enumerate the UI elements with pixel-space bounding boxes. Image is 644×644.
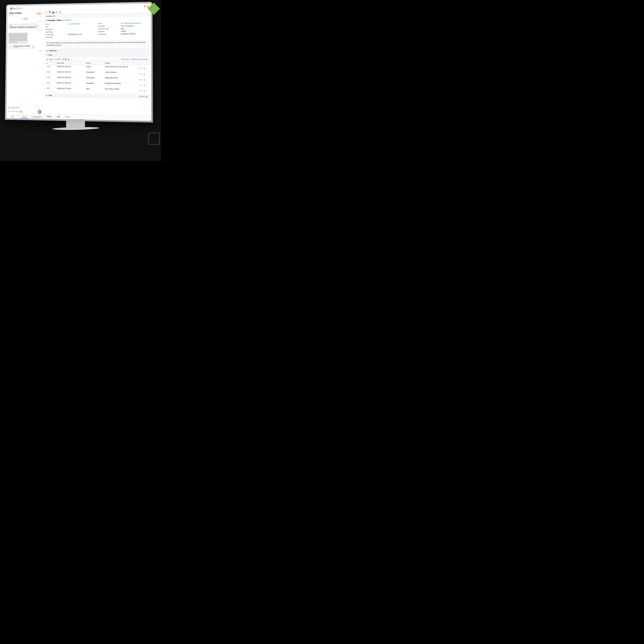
- emoji-icon[interactable]: 😊: [19, 110, 22, 113]
- addresses-section-header[interactable]: ▶ Addresses: [45, 48, 149, 53]
- agent-status-badge[interactable]: JS Busy 2m 7s ▾: [9, 7, 24, 10]
- favorite-icon[interactable]: ♡: [146, 90, 148, 92]
- attachment-icon[interactable]: 📎: [16, 110, 19, 113]
- new-task-btn[interactable]: ⊕ New Task: [139, 95, 148, 97]
- favorite-icon[interactable]: ♡: [146, 68, 148, 70]
- close-button[interactable]: Close: [63, 115, 71, 118]
- company-value: XZY Company Inc.: [121, 25, 149, 27]
- case-subject-cell: Adding New Users 👁 ✏ 🗑 ♡: [104, 76, 149, 82]
- square-decoration: [148, 133, 160, 144]
- crm-tab-contact[interactable]: Crombie, Ch... ✕: [44, 14, 60, 18]
- menu-icon[interactable]: ⋯: [23, 110, 25, 113]
- case-subject[interactable]: Invoice Question: [105, 71, 117, 73]
- contact-info-left: Voice: +1 (123) 867-5309 Fax: Alternativ…: [45, 22, 95, 39]
- translate-icon[interactable]: Aₓ: [8, 110, 10, 113]
- task-section-header[interactable]: ▶ Task ⊕ New Task: [45, 93, 149, 98]
- case-pagination-text: Case 1 - 5 of 610: [49, 58, 61, 60]
- case-open-date: 2024/07/04 07:31:59: [55, 87, 85, 93]
- chat-input-area: Aₓ ⇄ ↺ 📎 😊 ⋯ ▶: [6, 105, 43, 115]
- tab-info[interactable]: Info: [6, 114, 19, 118]
- favorite-icon[interactable]: ♡: [146, 73, 148, 75]
- case-id[interactable]: 1400: [45, 87, 55, 92]
- calendar-icon[interactable]: 📅: [48, 11, 51, 14]
- case-prev-btn[interactable]: ◀: [47, 58, 48, 61]
- case-subject[interactable]: Adding New Users: [105, 77, 118, 79]
- tab-notes[interactable]: Notes: [18, 115, 31, 119]
- refresh-icon[interactable]: ↺: [13, 110, 15, 113]
- disposition-dot: [32, 117, 33, 117]
- view-icon[interactable]: 👁: [139, 90, 141, 92]
- screenshot-thumbnail: Adaptive Cards: [8, 33, 28, 44]
- case-subject[interactable]: New Product Added: [105, 88, 119, 90]
- voice-value[interactable]: +1 (123) 867-5309: [68, 22, 95, 25]
- case-pagination: ◀ Case 1 - 5 of 610 1 ▶ + New Case ≡ Swi…: [45, 57, 149, 61]
- msg-time-3: 17:25:40: [8, 50, 42, 52]
- alternative-value: [68, 28, 95, 31]
- grid-icon[interactable]: ⊞: [144, 5, 146, 7]
- chat-tabs: Info Notes Disposition: [6, 114, 43, 119]
- view-icon[interactable]: 👁: [139, 79, 141, 81]
- eye-icon[interactable]: 👁: [56, 11, 58, 14]
- case-id[interactable]: 1407: [45, 70, 56, 76]
- case-page-select[interactable]: 1: [62, 58, 67, 61]
- case-id[interactable]: 1406: [45, 76, 56, 81]
- attachment-name: Invoice_demo-1 new.pdf: [13, 45, 30, 47]
- download-icon[interactable]: ⬇: [32, 46, 34, 48]
- delete-icon[interactable]: 🗑: [144, 79, 145, 81]
- delete-icon[interactable]: 🗑: [144, 84, 145, 86]
- transfer-icon[interactable]: ⇄: [11, 110, 13, 113]
- delete-button[interactable]: Delete: [45, 115, 54, 118]
- favorite-icon[interactable]: ♡: [146, 79, 148, 81]
- case-row-actions: 👁 ✏ 🗑 ♡: [105, 90, 148, 92]
- favorite-icon[interactable]: ♡: [146, 85, 148, 87]
- contact-name: Crombie, Chris: [47, 19, 62, 22]
- document-icon[interactable]: 📋: [58, 11, 61, 14]
- case-open-date: 2024/07/10 03:38:59: [56, 76, 85, 81]
- tab-disposition[interactable]: Disposition: [31, 115, 43, 119]
- send-button[interactable]: ▶: [38, 110, 42, 114]
- crm-tab-close[interactable]: ✕: [57, 15, 58, 17]
- contact-id[interactable]: [10000000]: [63, 19, 71, 21]
- chat-input[interactable]: [8, 107, 42, 109]
- edit-icon[interactable]: ✏: [142, 90, 143, 92]
- table-row: 1405 2024/07/10 03:18:40 Unassigned Onbo…: [45, 81, 149, 87]
- case-id[interactable]: 1410: [45, 65, 56, 70]
- delete-icon[interactable]: 🗑: [144, 68, 145, 70]
- bell-icon[interactable]: 🔔: [147, 5, 150, 7]
- switch-view-btn[interactable]: ≡ Switch to unitary view: [130, 58, 148, 60]
- status-chevron[interactable]: ▾: [22, 8, 22, 9]
- app-container: JS Busy 2m 7s ▾ ⊞ 🔔: [6, 3, 151, 121]
- case-status: Closed: [85, 65, 104, 70]
- case-section-header[interactable]: ▾ Case: [45, 53, 149, 57]
- case-next-btn[interactable]: ▶: [68, 58, 69, 61]
- case-table-header-row: # Open Date Status Subject: [45, 61, 149, 65]
- delete-icon[interactable]: 🗑: [144, 90, 145, 92]
- view-icon[interactable]: 👁: [139, 84, 141, 86]
- edit-icon[interactable]: ✏: [142, 84, 143, 86]
- new-case-btn[interactable]: + New Case: [120, 58, 129, 60]
- email-value[interactable]: chris.c@companyemail.com: [121, 22, 149, 24]
- people-icon[interactable]: 👥: [52, 11, 55, 14]
- addresses-toggle-icon: ▶: [47, 50, 48, 51]
- top-bar-icons: ⊞ 🔔: [144, 5, 150, 7]
- chat-tools: Aₓ ⇄ ↺ 📎 😊 ⋯ ▶: [8, 109, 42, 114]
- case-status: Unassigned: [85, 81, 104, 87]
- contact-collapse-icon[interactable]: ▾: [45, 19, 46, 22]
- edit-icon[interactable]: ✏: [142, 79, 143, 81]
- case-id[interactable]: 1405: [45, 81, 56, 87]
- case-subject[interactable]: Onboarding Feedback: [105, 82, 121, 84]
- end-call-button[interactable]: End: [36, 12, 42, 15]
- newphone-value: [67, 31, 95, 33]
- msg-time-1: 17:22:45: [8, 20, 43, 22]
- view-icon[interactable]: 👁: [139, 68, 141, 70]
- case-row-actions: 👁 ✏ 🗑 ♡: [105, 84, 148, 87]
- delete-icon[interactable]: 🗑: [144, 73, 145, 75]
- edit-button[interactable]: Edit: [55, 115, 62, 118]
- edit-icon[interactable]: ✏: [142, 73, 143, 75]
- folder-icon[interactable]: 📁: [45, 11, 48, 14]
- view-icon[interactable]: 👁: [139, 73, 141, 75]
- case-subject[interactable]: James Smith saved the chat Log: [105, 66, 128, 67]
- edit-icon[interactable]: ✏: [141, 68, 143, 70]
- voice-label: Voice:: [45, 23, 67, 25]
- file-icon: 📄: [9, 45, 12, 48]
